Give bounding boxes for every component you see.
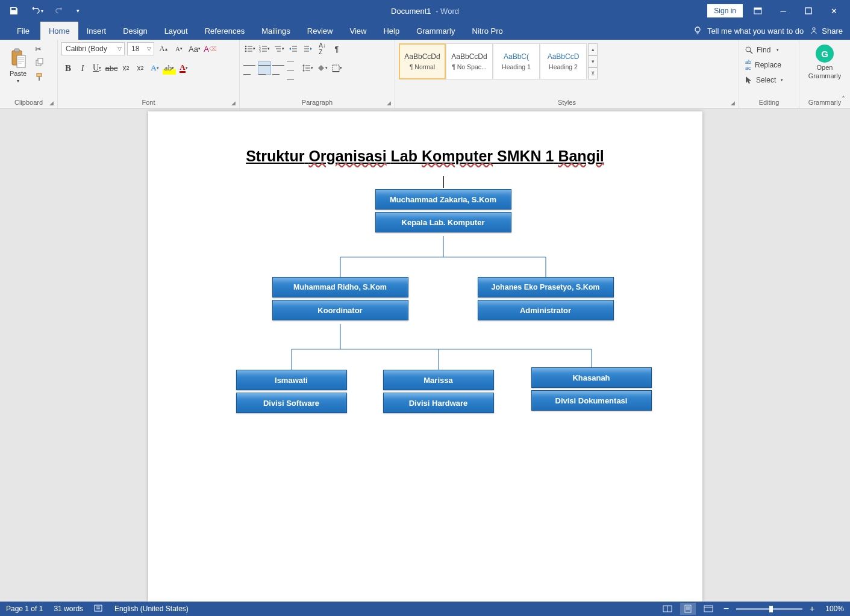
style-gallery[interactable]: AaBbCcDd¶ Normal AaBbCcDd¶ No Spac... Aa… — [399, 42, 735, 79]
collapse-ribbon-button[interactable]: ˄ — [842, 95, 845, 104]
status-page[interactable]: Page 1 of 1 — [6, 605, 43, 613]
paragraph-dialog-launcher[interactable]: ◢ — [387, 100, 391, 106]
tab-references[interactable]: References — [196, 22, 253, 40]
italic-button[interactable]: I — [76, 61, 89, 75]
copy-button[interactable] — [35, 58, 44, 69]
styles-expand[interactable]: ⊻ — [588, 67, 598, 79]
org-node-dokumentasi[interactable]: Khasanah Divisi Dokumentasi — [531, 367, 652, 413]
org-node-head[interactable]: Muchammad Zakaria, S.Kom Kepala Lab. Kom… — [375, 189, 511, 235]
org-chart[interactable]: Muchammad Zakaria, S.Kom Kepala Lab. Kom… — [172, 176, 678, 489]
minimize-button[interactable]: ─ — [770, 0, 796, 22]
maximize-button[interactable] — [796, 0, 821, 22]
tab-insert[interactable]: Insert — [78, 22, 115, 40]
styles-scroll-down[interactable]: ▾ — [588, 55, 598, 67]
lightbulb-icon — [693, 26, 702, 36]
tab-mailings[interactable]: Mailings — [253, 22, 299, 40]
view-print-layout[interactable] — [680, 603, 696, 615]
bold-button[interactable]: B — [61, 61, 75, 75]
text-effects-button[interactable]: A▾ — [148, 61, 161, 75]
group-clipboard: Paste ▾ ✂ Clipboard◢ — [0, 40, 58, 108]
view-web-layout[interactable] — [701, 603, 716, 615]
multilevel-list-button[interactable]: ▾ — [272, 42, 286, 55]
view-read-mode[interactable] — [660, 603, 675, 615]
strikethrough-button[interactable]: abc — [105, 61, 118, 75]
tab-review[interactable]: Review — [299, 22, 342, 40]
cut-button[interactable]: ✂ — [35, 45, 44, 54]
subscript-button[interactable]: x2 — [119, 61, 133, 75]
styles-scroll-up[interactable]: ▴ — [588, 43, 598, 55]
change-case-button[interactable]: Aa▾ — [188, 42, 201, 55]
svg-rect-10 — [37, 73, 42, 76]
justify-button[interactable] — [287, 61, 300, 75]
share-button[interactable]: Share — [810, 26, 843, 36]
tab-home[interactable]: Home — [40, 22, 78, 40]
org-node-software[interactable]: Ismawati Divisi Software — [236, 370, 347, 415]
status-proofing-icon[interactable] — [94, 604, 104, 614]
line-spacing-button[interactable]: ▾ — [301, 61, 314, 75]
status-words[interactable]: 31 words — [54, 605, 83, 613]
editing-label: Editing — [743, 98, 795, 107]
org-node-administrator[interactable]: Johanes Eko Prasetyo, S.Kom Administrato… — [478, 277, 614, 323]
replace-button[interactable]: abacReplace — [743, 58, 786, 72]
sort-button[interactable]: A↓Z — [316, 42, 329, 55]
redo-button[interactable] — [49, 2, 70, 19]
save-button[interactable] — [4, 2, 24, 19]
document-heading[interactable]: Struktur Organisasi Lab Komputer SMKN 1 … — [172, 148, 678, 165]
font-color-button[interactable]: A▾ — [177, 61, 190, 75]
tab-grammarly[interactable]: Grammarly — [408, 22, 463, 40]
qat-customize[interactable]: ▾ — [72, 2, 83, 19]
document-workspace[interactable]: Struktur Organisasi Lab Komputer SMKN 1 … — [0, 109, 850, 602]
org-node-koordinator[interactable]: Muhammad Ridho, S.Kom Koordinator — [272, 277, 408, 323]
undo-button[interactable]: ▾ — [27, 2, 47, 19]
zoom-out-button[interactable]: − — [721, 603, 731, 614]
show-marks-button[interactable]: ¶ — [330, 42, 343, 55]
page[interactable]: Struktur Organisasi Lab Komputer SMKN 1 … — [148, 111, 702, 602]
grow-font-button[interactable]: A▴ — [157, 42, 170, 55]
zoom-level[interactable]: 100% — [825, 605, 844, 613]
zoom-slider[interactable] — [736, 608, 802, 610]
tell-me-search[interactable]: Tell me what you want to do — [693, 26, 804, 36]
borders-button[interactable]: ▾ — [330, 61, 343, 75]
format-painter-button[interactable] — [35, 73, 44, 84]
ribbon-display-options[interactable] — [745, 0, 770, 22]
status-language[interactable]: English (United States) — [114, 605, 189, 613]
font-dialog-launcher[interactable]: ◢ — [231, 100, 236, 106]
find-button[interactable]: Find▾ — [743, 45, 786, 55]
tab-view[interactable]: View — [341, 22, 375, 40]
font-name-combo[interactable]: Calibri (Body▽ — [61, 42, 125, 55]
org-node-hardware[interactable]: Marissa Divisi Hardware — [383, 370, 494, 415]
app-name: - Word — [436, 7, 459, 16]
shrink-font-button[interactable]: A▾ — [172, 42, 186, 55]
style-normal[interactable]: AaBbCcDd¶ Normal — [399, 43, 446, 79]
style-heading1[interactable]: AaBbC(Heading 1 — [493, 43, 540, 79]
font-size-combo[interactable]: 18▽ — [127, 42, 154, 55]
style-heading2[interactable]: AaBbCcDHeading 2 — [540, 43, 587, 79]
signin-button[interactable]: Sign in — [707, 4, 743, 17]
select-button[interactable]: Select▾ — [743, 75, 786, 86]
underline-button[interactable]: U▾ — [90, 61, 104, 75]
tab-design[interactable]: Design — [114, 22, 155, 40]
numbering-button[interactable]: 123▾ — [258, 42, 271, 55]
styles-dialog-launcher[interactable]: ◢ — [731, 100, 735, 106]
highlight-button[interactable]: ab▾ — [163, 61, 176, 75]
tab-help[interactable]: Help — [375, 22, 408, 40]
shading-button[interactable]: ▾ — [316, 61, 329, 75]
paste-button[interactable]: Paste ▾ — [4, 42, 33, 89]
bullets-button[interactable]: ▾ — [243, 42, 257, 55]
align-center-button[interactable] — [258, 61, 271, 75]
superscript-button[interactable]: x2 — [134, 61, 147, 75]
open-grammarly-button[interactable]: G Open Grammarly — [803, 42, 846, 79]
paste-label: Paste — [10, 70, 27, 77]
align-right-button[interactable] — [272, 61, 286, 75]
style-no-spacing[interactable]: AaBbCcDd¶ No Spac... — [446, 43, 493, 79]
decrease-indent-button[interactable] — [287, 42, 300, 55]
close-button[interactable]: ✕ — [821, 0, 846, 22]
tab-layout[interactable]: Layout — [156, 22, 196, 40]
zoom-in-button[interactable]: + — [807, 604, 817, 614]
tab-file[interactable]: File — [6, 22, 40, 40]
tab-nitro[interactable]: Nitro Pro — [463, 22, 511, 40]
increase-indent-button[interactable] — [301, 42, 314, 55]
align-left-button[interactable] — [243, 61, 257, 75]
clear-formatting-button[interactable]: A⌫ — [204, 42, 217, 55]
clipboard-dialog-launcher[interactable]: ◢ — [49, 100, 54, 106]
